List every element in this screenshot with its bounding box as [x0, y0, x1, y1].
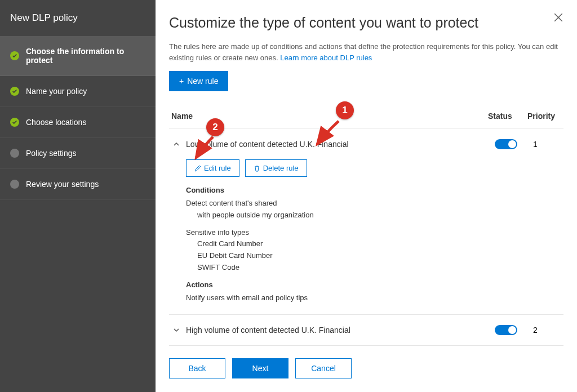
new-rule-button[interactable]: + New rule — [169, 71, 228, 91]
wizard-sidebar: New DLP policy Choose the information to… — [0, 0, 156, 392]
pencil-icon — [194, 165, 201, 172]
cancel-button[interactable]: Cancel — [295, 358, 352, 378]
priority-value: 2 — [533, 326, 561, 335]
step-name-policy[interactable]: Name your policy — [0, 76, 156, 107]
step-review-settings[interactable]: Review your settings — [0, 169, 156, 200]
next-button[interactable]: Next — [232, 358, 288, 378]
table-header: Name Status Priority — [169, 112, 563, 129]
chevron-down-icon — [171, 327, 181, 333]
status-toggle[interactable] — [495, 325, 517, 335]
rule-header[interactable]: High volume of content detected U.K. Fin… — [171, 325, 561, 335]
rule-action-bar: Edit rule Delete rule — [186, 159, 561, 177]
back-button[interactable]: Back — [169, 358, 225, 378]
step-label: Choose locations — [26, 118, 86, 127]
step-label: Review your settings — [26, 180, 99, 189]
status-toggle[interactable] — [495, 139, 517, 149]
annotation-arrow-1 — [310, 118, 344, 149]
rule-row: Low volume of content detected U.K. Fina… — [169, 129, 563, 315]
check-icon — [10, 51, 19, 60]
trash-icon — [254, 165, 260, 172]
page-title: Customize the type of content you want t… — [169, 15, 563, 31]
chevron-up-icon — [171, 141, 181, 148]
learn-more-link[interactable]: Learn more about DLP rules — [280, 54, 372, 62]
circle-icon — [10, 180, 19, 189]
step-label: Policy settings — [26, 149, 76, 158]
step-label: Choose the information to protect — [26, 47, 145, 65]
column-status: Status — [488, 112, 527, 121]
rule-details: Conditions Detect content that's shared … — [186, 186, 561, 304]
check-icon — [10, 87, 19, 96]
step-label: Name your policy — [26, 87, 87, 96]
close-button[interactable] — [553, 12, 563, 25]
sidebar-title: New DLP policy — [0, 0, 156, 36]
actions-label: Actions — [186, 280, 561, 289]
step-policy-settings[interactable]: Policy settings — [0, 138, 156, 169]
footer-button-bar: Back Next Cancel — [169, 358, 563, 378]
priority-value: 1 — [533, 140, 561, 149]
rule-header[interactable]: Low volume of content detected U.K. Fina… — [171, 139, 561, 149]
conditions-label: Conditions — [186, 186, 561, 194]
annotation-balloon-2: 2 — [206, 118, 224, 136]
step-choose-locations[interactable]: Choose locations — [0, 107, 156, 138]
check-icon — [10, 118, 19, 127]
step-choose-information[interactable]: Choose the information to protect — [0, 36, 156, 76]
annotation-balloon-1: 1 — [336, 101, 354, 119]
column-priority: Priority — [527, 112, 561, 121]
rule-name: High volume of content detected U.K. Fin… — [186, 326, 495, 335]
circle-icon — [10, 149, 19, 158]
annotation-arrow-2 — [189, 134, 220, 162]
delete-rule-button[interactable]: Delete rule — [245, 159, 307, 177]
main-panel: Customize the type of content you want t… — [156, 0, 577, 392]
rule-row: High volume of content detected U.K. Fin… — [169, 315, 563, 346]
page-description: The rules here are made up of conditions… — [169, 41, 563, 63]
plus-icon: + — [179, 77, 184, 86]
